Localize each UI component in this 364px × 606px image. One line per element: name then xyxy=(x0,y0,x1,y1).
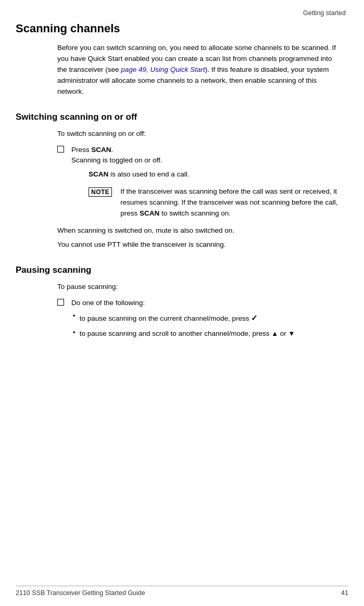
footer-left: 2110 SSB Transceiver Getting Started Gui… xyxy=(16,589,145,597)
scanning-channels-title: Scanning channels xyxy=(16,22,348,35)
arrow-down-icon: ▼ xyxy=(288,329,295,339)
section-scanning-channels: Scanning channels Before you can switch … xyxy=(16,22,348,97)
page-footer: 2110 SSB Transceiver Getting Started Gui… xyxy=(16,586,348,597)
scan-bold: SCAN xyxy=(91,146,111,154)
note-block: NOTE If the transceiver was scanning bef… xyxy=(89,186,338,219)
bullet-dot-1: • xyxy=(73,312,76,320)
page-container: Getting started Scanning channels Before… xyxy=(0,0,364,606)
sub2-text: to pause scanning and scroll to another … xyxy=(80,330,271,337)
switching-scanning-title: Switching scanning on or off xyxy=(16,112,348,122)
pausing-instruction: To pause scanning: xyxy=(57,282,338,293)
switching-instruction: To switch scanning on or off: xyxy=(57,129,338,140)
scanning-footer1: When scanning is switched on, mute is al… xyxy=(57,225,338,236)
step-press-scan: Press SCAN. Scanning is toggled on or of… xyxy=(57,145,338,167)
section-pausing-scanning: Pausing scanning To pause scanning: Do o… xyxy=(16,265,348,339)
sub-bullet-1: • to pause scanning on the current chann… xyxy=(73,312,338,324)
scan-also-note: SCAN is also used to end a call. xyxy=(89,169,338,180)
footer-right: 41 xyxy=(341,589,348,597)
checkbox-icon xyxy=(57,146,64,153)
press-end: . xyxy=(111,146,114,154)
press-text: Press xyxy=(71,146,91,154)
sub-bullet-2-content: to pause scanning and scroll to another … xyxy=(80,329,295,339)
scan-bold-2: SCAN xyxy=(89,170,108,178)
scanning-channels-body: Before you can switch scanning on, you n… xyxy=(57,43,338,97)
note-label: NOTE xyxy=(89,187,112,197)
note-scan-bold: SCAN xyxy=(140,209,159,217)
checkbox-icon-2 xyxy=(57,299,64,306)
scan-also-text: is also used to end a call. xyxy=(108,170,189,178)
sub2-or: or xyxy=(278,330,288,337)
scanning-footer2: You cannot use PTT while the transceiver… xyxy=(57,239,338,250)
section-switching-scanning: Switching scanning on or off To switch s… xyxy=(16,112,348,250)
pausing-scanning-title: Pausing scanning xyxy=(16,265,348,275)
quick-start-link[interactable]: page 49, Using Quick Start xyxy=(121,66,205,73)
step-press-scan-content: Press SCAN. Scanning is toggled on or of… xyxy=(71,145,162,167)
do-one-text: Do one of the following: xyxy=(71,299,145,307)
checkmark-icon: ✓ xyxy=(251,312,258,324)
note-content: If the transceiver was scanning before t… xyxy=(120,186,338,219)
sub-bullet-2: • to pause scanning and scroll to anothe… xyxy=(73,329,338,339)
note-end: to switch scanning on. xyxy=(159,209,231,217)
sub-bullet-1-content: to pause scanning on the current channel… xyxy=(80,312,258,324)
header-text: Getting started xyxy=(303,9,346,17)
arrow-up-icon: ▲ xyxy=(271,329,278,339)
step-do-one: Do one of the following: xyxy=(57,298,338,309)
step-do-one-content: Do one of the following: xyxy=(71,298,145,309)
scan-result: Scanning is toggled on or off. xyxy=(71,156,162,164)
page-header: Getting started xyxy=(16,9,348,17)
sub1-text: to pause scanning on the current channel… xyxy=(80,314,251,322)
bullet-dot-2: • xyxy=(73,329,76,336)
